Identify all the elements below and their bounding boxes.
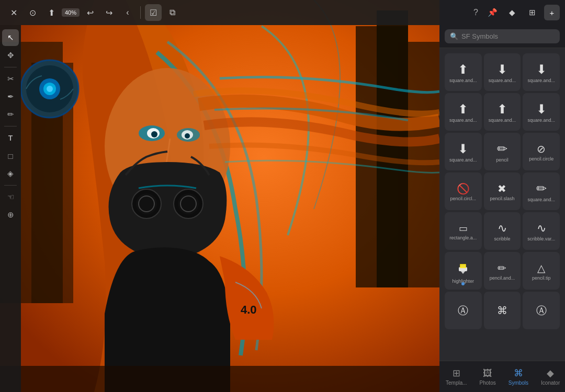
svg-rect-33 [460, 264, 466, 268]
symbol-icon-19: Ⓐ [458, 305, 468, 316]
symbol-item-14[interactable]: ∿ scribble [484, 212, 521, 250]
symbol-item-11[interactable]: ✖ pencil.slash [484, 172, 521, 210]
symbol-icon-1: ⬆ [458, 63, 468, 76]
symbol-item-13[interactable]: ▭ rectangle.a... [445, 212, 482, 250]
symbol-row-1: ⬆ square.and... ⬇ square.and... ⬇ square… [445, 53, 560, 91]
symbol-icon-20: ⌘ [497, 305, 507, 316]
tab-iconator[interactable]: ◆ Iconator [535, 365, 565, 388]
symbol-icon-18: △ [537, 263, 545, 273]
symbol-item-21[interactable]: Ⓐ [523, 292, 560, 329]
symbol-item-20[interactable]: ⌘ [484, 292, 521, 329]
symbol-item-7[interactable]: ⬇ square.and... [445, 133, 482, 170]
diamond-button[interactable]: ◆ [504, 5, 520, 20]
symbol-label-8: pencil [496, 157, 508, 163]
symbol-label-17: pencil.and... [490, 275, 515, 281]
svg-point-13 [47, 86, 53, 92]
pin-button[interactable]: 📌 [484, 5, 500, 20]
symbol-item-6[interactable]: ⬇ square.and... [523, 93, 560, 131]
search-input-wrap[interactable]: 🔍 [445, 29, 560, 43]
tab-photos[interactable]: 🖼 Photos [473, 366, 502, 388]
symbol-item-12[interactable]: ✏ square.and... [523, 172, 560, 210]
pencil-tool[interactable]: ✏ [2, 106, 19, 123]
bottom-tabs: ⊞ Templa... 🖼 Photos ⌘ Symbols ◆ Iconato… [439, 361, 565, 392]
search-input[interactable] [461, 32, 555, 40]
symbol-row-6: highlighter ✏ pencil.and... △ pencil.tip [445, 252, 560, 290]
fill-tool[interactable]: ◈ [2, 165, 19, 182]
symbol-item-17[interactable]: ✏ pencil.and... [484, 252, 521, 290]
symbol-icon-21: Ⓐ [536, 305, 547, 316]
close-button[interactable]: ✕ [5, 4, 22, 21]
symbol-icon-3: ⬇ [536, 63, 547, 76]
symbol-label-1: square.and... [449, 78, 477, 84]
pen-tool[interactable]: ✒ [2, 88, 19, 105]
svg-point-21 [185, 133, 190, 139]
shape-tool[interactable]: □ [2, 147, 19, 164]
symbol-item-18[interactable]: △ pencil.tip [523, 252, 560, 290]
help-icon: ? [473, 8, 478, 17]
symbol-item-15[interactable]: ∿ scribble.var... [523, 212, 560, 250]
tool-divider-2 [4, 126, 17, 126]
symbol-label-13: rectangle.a... [449, 235, 477, 241]
right-panel: ? 📌 ◆ ⊞ + 🔍 ⬆ square.and... ⬇ square.and… [439, 0, 565, 392]
symbol-label-7: square.and... [449, 157, 477, 163]
symbol-item-10[interactable]: 🚫 pencil.circl... [445, 172, 482, 210]
symbol-item-9[interactable]: ⊘ pencil.circle [523, 133, 560, 170]
symbol-icon-4: ⬆ [458, 103, 468, 116]
share-button[interactable]: ⬆ [43, 4, 60, 21]
tool-divider-3 [4, 185, 17, 186]
symbol-item-5[interactable]: ⬆ square.and... [484, 93, 521, 131]
symbol-row-2: ⬆ square.and... ⬆ square.and... ⬇ square… [445, 93, 560, 131]
symbol-label-18: pencil.tip [532, 275, 551, 281]
symbol-label-11: pencil.slash [490, 196, 514, 202]
pan-tool[interactable]: ✥ [2, 47, 19, 64]
grid-button[interactable]: ⊞ [524, 5, 540, 20]
photos-icon: 🖼 [483, 368, 492, 379]
back-nav-button[interactable]: ‹ [119, 4, 136, 21]
hand-tool[interactable]: ☜ [2, 189, 19, 205]
target-button[interactable]: ⊙ [24, 4, 41, 21]
symbol-icon-7: ⬇ [458, 143, 468, 155]
canvas-area[interactable]: 4.0 ✕ ⊙ ⬆ 40% ↩ ↪ ‹ ☑ ⧉ ↖ ✥ ✂ ✒ [0, 0, 439, 392]
redo-button[interactable]: ↪ [100, 4, 117, 21]
tab-symbols[interactable]: ⌘ Symbols [502, 365, 535, 388]
selected-indicator [461, 282, 465, 285]
symbol-icon-8: ✏ [497, 143, 507, 155]
photos-label: Photos [480, 380, 496, 386]
iconator-label: Iconator [541, 380, 560, 386]
toolbar-divider [140, 6, 141, 19]
scissors-tool[interactable]: ✂ [2, 71, 19, 87]
symbol-icon-9: ⊘ [537, 144, 546, 154]
text-tool[interactable]: T [2, 130, 19, 146]
copy-button[interactable]: ⧉ [164, 4, 180, 21]
symbol-item-4[interactable]: ⬆ square.and... [445, 93, 482, 131]
symbol-grid: ⬆ square.and... ⬇ square.and... ⬇ square… [439, 48, 565, 361]
undo-button[interactable]: ↩ [82, 4, 98, 21]
symbol-label-9: pencil.circle [529, 156, 553, 162]
symbol-icon-13: ▭ [459, 224, 468, 233]
left-tools-panel: ↖ ✥ ✂ ✒ ✏ T □ ◈ ☜ ⊕ [0, 25, 21, 392]
symbol-item-2[interactable]: ⬇ square.and... [484, 53, 521, 91]
symbol-item-1[interactable]: ⬆ square.and... [445, 53, 482, 91]
symbols-label: Symbols [508, 380, 528, 386]
add-button[interactable]: + [544, 5, 560, 20]
symbol-row-7: Ⓐ ⌘ Ⓐ [445, 292, 560, 329]
zoom-tool[interactable]: ⊕ [2, 206, 19, 223]
tool-divider-1 [4, 67, 17, 67]
symbol-item-8[interactable]: ✏ pencil [484, 133, 521, 170]
cursor-tool[interactable]: ↖ [2, 29, 19, 46]
svg-rect-29 [0, 366, 439, 392]
symbol-label-6: square.and... [527, 118, 555, 123]
symbol-item-highlighter[interactable]: highlighter [445, 252, 482, 290]
checkbox-button[interactable]: ☑ [145, 4, 162, 21]
symbol-label-3: square.and... [527, 78, 555, 84]
templates-label: Templa... [446, 380, 467, 386]
tab-templates[interactable]: ⊞ Templa... [439, 365, 473, 388]
symbol-label-12: square.and... [527, 197, 555, 203]
symbol-item-19[interactable]: Ⓐ [445, 292, 482, 329]
symbol-icon-2: ⬇ [497, 63, 507, 76]
symbol-icon-10: 🚫 [457, 183, 470, 194]
svg-marker-31 [461, 271, 465, 274]
svg-text:4.0: 4.0 [241, 303, 257, 316]
symbol-item-3[interactable]: ⬇ square.and... [523, 53, 560, 91]
zoom-badge[interactable]: 40% [62, 8, 80, 17]
